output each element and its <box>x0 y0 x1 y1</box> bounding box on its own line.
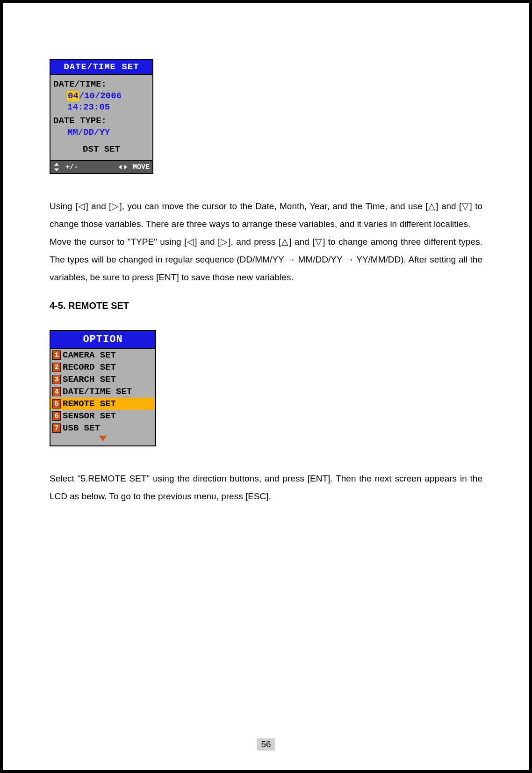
paragraph-2: Select "5.REMOTE SET" using the directio… <box>50 470 482 505</box>
option-menu-item[interactable]: 7USB SET <box>50 422 155 434</box>
lcd-body: DATE/TIME: 04/10/2006 14:23:05 DATE TYPE… <box>50 75 152 160</box>
time-value: 14:23:05 <box>53 102 150 113</box>
menu-item-number: 4 <box>52 387 61 396</box>
lcd-screen-option: OPTION 1CAMERA SET2RECORD SET3SEARCH SET… <box>50 330 156 446</box>
section-heading: 4-5. REMOTE SET <box>50 300 482 311</box>
footer-right: MOVE <box>119 163 150 171</box>
menu-item-number: 2 <box>52 363 61 372</box>
up-down-icon <box>53 163 60 171</box>
date-type-label: DATE TYPE: <box>53 115 150 127</box>
menu-item-number: 5 <box>52 399 61 408</box>
menu-item-label: SENSOR SET <box>63 411 116 421</box>
option-title: OPTION <box>50 331 155 349</box>
date-type-value: MM/DD/YY <box>53 127 150 139</box>
footer-left: +/- <box>53 163 78 171</box>
option-menu-list: 1CAMERA SET2RECORD SET3SEARCH SET4DATE/T… <box>50 349 155 434</box>
menu-item-number: 1 <box>52 350 61 360</box>
option-menu-item[interactable]: 5REMOTE SET <box>50 398 155 410</box>
option-menu-item[interactable]: 4DATE/TIME SET <box>50 386 155 398</box>
lcd-title: DATE/TIME SET <box>50 60 152 75</box>
dst-set-label[interactable]: DST SET <box>53 144 150 155</box>
page-number: 56 <box>257 738 274 751</box>
chevron-down-icon <box>99 436 107 441</box>
menu-scroll-down[interactable] <box>50 434 155 445</box>
menu-item-label: USB SET <box>63 423 100 433</box>
date-value-row: 04/10/2006 <box>53 90 150 102</box>
lcd-screen-datetime: DATE/TIME SET DATE/TIME: 04/10/2006 14:2… <box>50 59 153 174</box>
menu-item-label: REMOTE SET <box>63 399 116 409</box>
menu-item-label: RECORD SET <box>63 362 116 372</box>
date-value: 04/10/2006 <box>67 90 122 102</box>
lcd-footer: +/- MOVE <box>50 160 152 173</box>
menu-item-number: 7 <box>52 423 61 433</box>
option-menu-item[interactable]: 6SENSOR SET <box>50 410 155 422</box>
page: DATE/TIME SET DATE/TIME: 04/10/2006 14:2… <box>0 0 532 773</box>
footer-left-text: +/- <box>65 163 78 171</box>
page-number-wrap: 56 <box>3 738 529 751</box>
menu-item-number: 3 <box>52 375 61 384</box>
paragraph-1a-text: Using [◁] and [▷], you can move the curs… <box>50 201 482 229</box>
option-menu-item[interactable]: 1CAMERA SET <box>50 349 155 361</box>
menu-item-label: DATE/TIME SET <box>63 386 132 397</box>
date-time-label: DATE/TIME: <box>53 79 150 90</box>
option-menu-item[interactable]: 3SEARCH SET <box>50 373 155 386</box>
menu-item-number: 6 <box>52 411 61 421</box>
left-right-icon <box>119 164 127 170</box>
menu-item-label: SEARCH SET <box>63 374 116 385</box>
option-menu-item[interactable]: 2RECORD SET <box>50 361 155 373</box>
paragraph-1b-text: Move the cursor to "TYPE" using [◁] and … <box>50 237 482 282</box>
date-rest: /10/2006 <box>79 91 122 101</box>
menu-item-label: CAMERA SET <box>63 350 116 360</box>
date-day-selected[interactable]: 04 <box>67 91 79 101</box>
footer-right-text: MOVE <box>133 163 150 171</box>
paragraph-1: Using [◁] and [▷], you can move the curs… <box>50 197 482 286</box>
